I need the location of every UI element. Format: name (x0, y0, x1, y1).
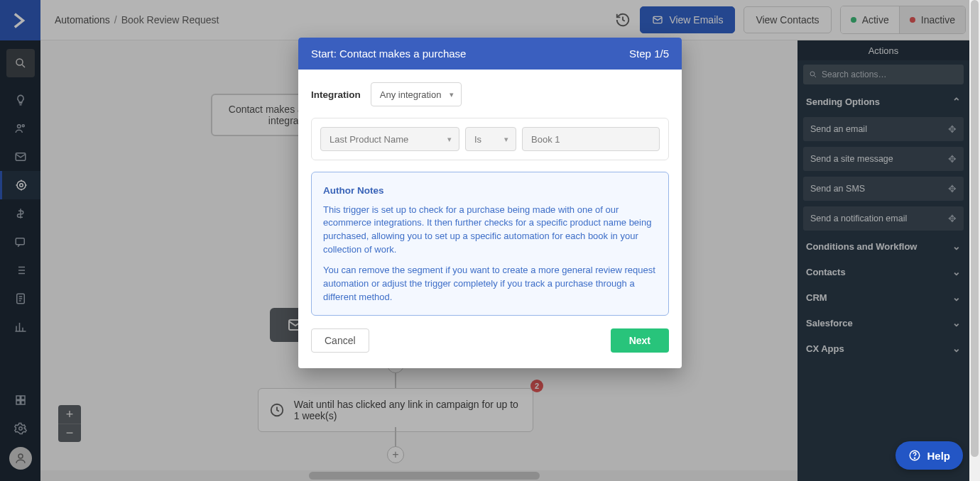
segment-field-value: Last Product Name (330, 134, 408, 145)
segment-operator-select[interactable]: Is (465, 127, 516, 151)
svg-point-19 (915, 458, 915, 458)
segment-value-input[interactable] (522, 127, 660, 151)
integration-select[interactable]: Any integration (371, 82, 462, 106)
window-scrollbar[interactable] (969, 0, 980, 481)
cancel-button[interactable]: Cancel (311, 328, 369, 353)
notes-heading: Author Notes (323, 184, 657, 198)
trigger-config-modal: Start: Contact makes a purchase Step 1/5… (298, 38, 682, 368)
author-notes: Author Notes This trigger is set up to c… (311, 172, 669, 316)
modal-step-label: Step 1/5 (629, 48, 669, 60)
help-button[interactable]: Help (895, 441, 963, 470)
modal-header: Start: Contact makes a purchase Step 1/5 (298, 38, 682, 70)
notes-paragraph: You can remove the segment if you want t… (323, 264, 657, 304)
segment-box: Last Product Name Is (311, 118, 669, 160)
modal-title: Start: Contact makes a purchase (311, 48, 466, 60)
notes-paragraph: This trigger is set up to check for a pu… (323, 204, 657, 257)
segment-field-select[interactable]: Last Product Name (320, 127, 459, 151)
help-icon (908, 449, 921, 462)
next-button[interactable]: Next (611, 328, 669, 353)
integration-label: Integration (311, 89, 361, 100)
integration-value: Any integration (380, 89, 442, 100)
scrollbar-thumb[interactable] (971, 0, 979, 457)
help-label: Help (927, 450, 950, 462)
segment-operator-value: Is (474, 134, 481, 145)
